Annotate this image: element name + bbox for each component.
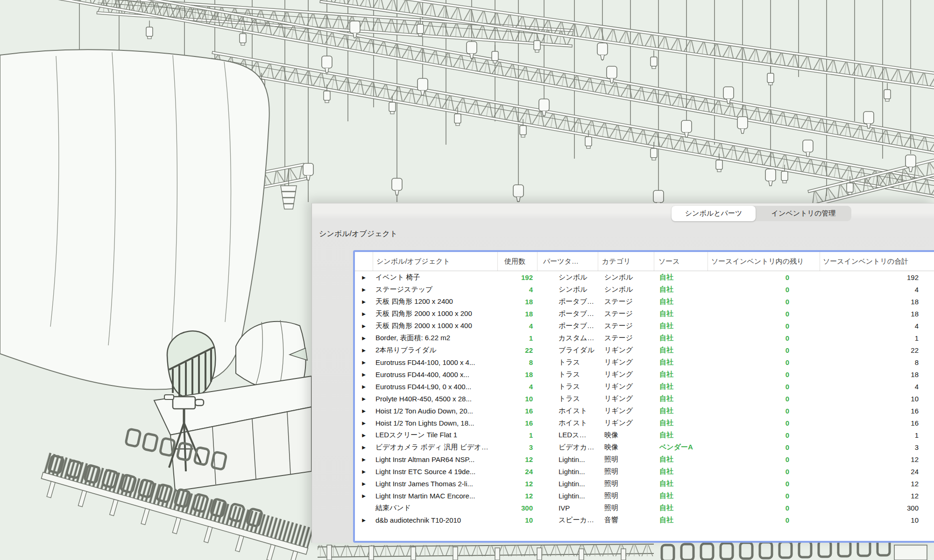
part-type: ホイスト: [537, 417, 598, 429]
tab-inventory-management[interactable]: インベントリの管理: [756, 206, 851, 221]
expand-arrow-icon[interactable]: ▶: [355, 441, 373, 453]
table-row[interactable]: 結束バンド300IVP照明自社0300: [355, 502, 934, 514]
symbol-name: Light Instr James Thomas 2-li...: [373, 477, 497, 490]
symbol-name: Hoist 1/2 Ton Lights Down, 18...: [373, 417, 497, 429]
column-header-total[interactable]: ソースインベントリの合計: [820, 252, 934, 271]
tab-symbols-parts[interactable]: シンボルとパーツ: [672, 206, 756, 221]
expand-arrow-icon[interactable]: ▶: [355, 514, 373, 526]
table-row[interactable]: ▶Hoist 1/2 Ton Lights Down, 18...16ホイストリ…: [355, 417, 934, 429]
expand-arrow-icon[interactable]: [355, 502, 373, 514]
part-type: ホイスト: [537, 405, 598, 417]
usage-count: 12: [497, 490, 537, 502]
inventory-total: 18: [820, 308, 934, 320]
category: 音響: [598, 514, 654, 526]
expand-arrow-icon[interactable]: ▶: [355, 392, 373, 405]
remaining-in-inventory: 0: [708, 392, 820, 405]
expand-arrow-icon[interactable]: ▶: [355, 453, 373, 465]
expand-arrow-icon[interactable]: ▶: [355, 283, 373, 295]
inventory-total: 8: [820, 356, 934, 368]
inventory-total: 4: [820, 283, 934, 295]
inventory-total: 4: [820, 320, 934, 332]
remaining-in-inventory: 0: [708, 320, 820, 332]
usage-count: 3: [497, 441, 537, 453]
expand-arrow-icon[interactable]: ▶: [355, 417, 373, 429]
inventory-total: 16: [820, 417, 934, 429]
table-row[interactable]: ▶Hoist 1/2 Ton Audio Down, 20...16ホイストリギ…: [355, 405, 934, 417]
expand-arrow-icon[interactable]: ▶: [355, 308, 373, 320]
table-row[interactable]: ▶Prolyte H40R-450, 4500 x 28...10トラスリギング…: [355, 392, 934, 405]
source: 自社: [654, 429, 708, 441]
table-row[interactable]: ▶イベント 椅子192シンボルシンボル自社0192: [355, 271, 934, 283]
column-header-category[interactable]: カテゴリ: [598, 252, 654, 271]
table-row[interactable]: ▶Eurotruss FD44-100, 1000 x 4...8トラスリギング…: [355, 356, 934, 368]
symbol-name: Light Instr Altman PAR64 NSP...: [373, 453, 497, 465]
expand-arrow-icon[interactable]: ▶: [355, 405, 373, 417]
remaining-in-inventory: 0: [708, 283, 820, 295]
remaining-in-inventory: 0: [708, 502, 820, 514]
table-row[interactable]: ▶Light Instr ETC Source 4 19de...24Light…: [355, 465, 934, 477]
inventory-total: 300: [820, 502, 934, 514]
expand-arrow-icon[interactable]: ▶: [355, 271, 373, 283]
expand-arrow-icon[interactable]: ▶: [355, 332, 373, 344]
part-type: トラス: [537, 356, 598, 368]
table-row[interactable]: ▶天板 四角形 2000 x 1000 x 20018ポータブ…ステージ自社01…: [355, 308, 934, 320]
symbols-table[interactable]: シンボル/オブジェクト 使用数 パーツタ… カテゴリ ソース ソースインベントリ…: [353, 250, 934, 543]
table-row[interactable]: ▶Light Instr Altman PAR64 NSP...12Lighti…: [355, 453, 934, 465]
column-header-remaining[interactable]: ソースインベントリ内の残り: [708, 252, 820, 271]
source: 自社: [654, 283, 708, 295]
table-row[interactable]: ▶天板 四角形 2000 x 1000 x 4004ポータブ…ステージ自社04: [355, 320, 934, 332]
expand-arrow-icon[interactable]: ▶: [355, 477, 373, 490]
usage-count: 192: [497, 271, 537, 283]
usage-count: 1: [497, 332, 537, 344]
category: 映像: [598, 429, 654, 441]
source: 自社: [654, 380, 708, 392]
source: 自社: [654, 465, 708, 477]
expand-arrow-icon[interactable]: ▶: [355, 344, 373, 356]
source: 自社: [654, 514, 708, 526]
remaining-in-inventory: 0: [708, 417, 820, 429]
column-header-symbol-object[interactable]: シンボル/オブジェクト: [373, 252, 497, 271]
remaining-in-inventory: 0: [708, 356, 820, 368]
column-header-part-type[interactable]: パーツタ…: [537, 252, 598, 271]
symbol-name: 天板 四角形 1200 x 2400: [373, 295, 497, 308]
source: 自社: [654, 405, 708, 417]
remaining-in-inventory: 0: [708, 441, 820, 453]
expand-arrow-icon[interactable]: ▶: [355, 490, 373, 502]
remaining-in-inventory: 0: [708, 271, 820, 283]
expand-arrow-icon[interactable]: ▶: [355, 356, 373, 368]
remaining-in-inventory: 0: [708, 368, 820, 380]
table-row[interactable]: ▶d&b audiotechnik T10-201010スピーカ…音響自社010: [355, 514, 934, 526]
section-label: シンボル/オブジェクト: [319, 229, 397, 239]
part-type: カスタム…: [537, 332, 598, 344]
table-row[interactable]: ▶LEDスクリーン Tile Flat 11LEDス…映像自社01: [355, 429, 934, 441]
expand-arrow-icon[interactable]: ▶: [355, 429, 373, 441]
column-header-source[interactable]: ソース: [654, 252, 708, 271]
usage-count: 10: [497, 514, 537, 526]
category: 照明: [598, 502, 654, 514]
table-row[interactable]: ▶Border, 表面積: 6.22 m21カスタム…ステージ自社01: [355, 332, 934, 344]
expand-arrow-icon[interactable]: ▶: [355, 465, 373, 477]
category: 映像: [598, 441, 654, 453]
table-row[interactable]: ▶Eurotruss FD44-400, 4000 x...18トラスリギング自…: [355, 368, 934, 380]
category: リギング: [598, 405, 654, 417]
table-row[interactable]: ▶ビデオカメラ ボディ 汎用 ビデオ…3ビデオカ…映像ベンダーA03: [355, 441, 934, 453]
symbol-name: ビデオカメラ ボディ 汎用 ビデオ…: [373, 441, 497, 453]
table-row[interactable]: ▶2本吊りブライダル22ブライダルリギング自社022: [355, 344, 934, 356]
table-row[interactable]: ▶Eurotruss FD44-L90, 0 x 400...4トラスリギング自…: [355, 380, 934, 392]
table-row[interactable]: ▶Light Instr Martin MAC Encore...12Light…: [355, 490, 934, 502]
remaining-in-inventory: 0: [708, 344, 820, 356]
expand-arrow-icon[interactable]: ▶: [355, 368, 373, 380]
remaining-in-inventory: 0: [708, 490, 820, 502]
expand-arrow-icon[interactable]: ▶: [355, 380, 373, 392]
table-row[interactable]: ▶天板 四角形 1200 x 240018ポータブ…ステージ自社018: [355, 295, 934, 308]
expand-arrow-icon[interactable]: ▶: [355, 295, 373, 308]
symbol-name: イベント 椅子: [373, 271, 497, 283]
expand-arrow-icon[interactable]: ▶: [355, 320, 373, 332]
usage-count: 24: [497, 465, 537, 477]
column-header-usage-count[interactable]: 使用数: [497, 252, 537, 271]
table-row[interactable]: ▶ステージステップ4シンボルシンボル自社04: [355, 283, 934, 295]
table-row[interactable]: ▶Light Instr James Thomas 2-li...12Light…: [355, 477, 934, 490]
symbol-name: Light Instr Martin MAC Encore...: [373, 490, 497, 502]
part-type: ポータブ…: [537, 308, 598, 320]
source: 自社: [654, 356, 708, 368]
